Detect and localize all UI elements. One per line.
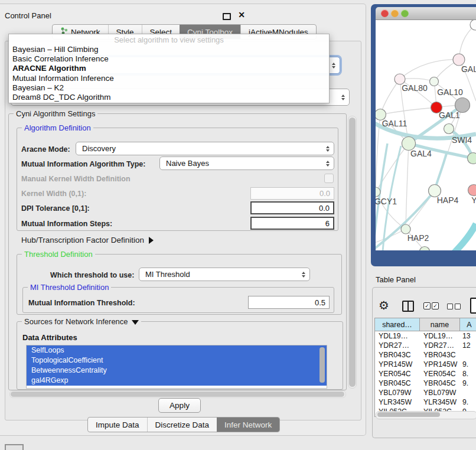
table-row[interactable]: YBR045CYBR045C9. [375,379,476,388]
table-horizontal-scrollbar[interactable] [376,411,476,419]
table-row[interactable]: YDL19…YDL19…13 [375,331,476,341]
threshold-definition-legend: Threshold Definition [22,250,95,259]
columns-icon[interactable] [402,301,414,312]
table-cell: YBR043C [420,350,460,360]
table-panel-title: Table Panel [376,275,416,284]
table-row[interactable]: YER054CYER054C8. [375,369,476,379]
float-window-icon[interactable] [223,13,231,20]
bottom-tab-bar: Impute DataDiscretize DataInfer Network [87,417,280,432]
close-traffic-light[interactable] [381,9,389,17]
unchecked-box-icon[interactable] [447,304,453,309]
table-row[interactable]: YBR043CYBR043C [375,350,476,360]
mi-type-value: Naive Bayes [166,159,209,168]
combo-arrows-icon [341,94,345,100]
dpi-tolerance-field[interactable]: 0.0 [250,201,334,214]
kernel-width-field[interactable]: 0.0 [250,187,334,200]
node-label-gal80: GAL80 [402,83,428,93]
settings-horizontal-scrollbar[interactable] [9,390,346,398]
network-node-gal[interactable] [453,54,465,66]
close-icon[interactable]: ✕ [238,10,245,19]
attribute-item-gal4rgexp[interactable]: gal4RGexp [27,376,327,386]
hub-definition-expander[interactable]: Hub/Transcription Factor Definition [21,236,154,244]
attribute-item-topologicalcoefficient[interactable]: TopologicalCoefficient [27,356,327,366]
manual-kernel-label: Manual Kernel Width Definition [21,175,131,183]
unchecked-box-icon[interactable] [455,304,461,309]
table-cell: YLR345W [420,397,460,407]
network-node-gal10[interactable] [430,77,439,86]
table-cell: YBR045C [420,379,460,388]
network-edge[interactable] [406,144,409,229]
bottom-tab-discretize-data[interactable]: Discretize Data [147,418,217,432]
list-scrollbar[interactable] [319,347,325,383]
algorithm-item[interactable]: Basic Correlation Inference [9,54,329,64]
expand-arrow-icon [149,237,154,244]
kernel-width-label: Kernel Width (0,1): [21,190,86,198]
table-row[interactable]: YLR345WYLR345W9. [375,397,476,407]
attribute-item-selfloops[interactable]: SelfLoops [27,345,327,356]
checked-box-icon[interactable]: ✓ [432,302,439,309]
table-row[interactable]: YDR27…YDR27…12 [375,341,476,350]
mi-steps-field[interactable]: 6 [250,217,334,230]
network-node-hap2[interactable] [401,224,410,234]
algorithm-item[interactable]: ARACNE Algorithm [9,64,329,73]
table-cell: YDR27… [420,341,460,350]
combo-arrows-icon [326,146,330,152]
column-header-a[interactable]: A [460,318,476,331]
table-cell: YPR145W [420,360,460,369]
export-table-icon[interactable] [470,298,476,314]
scrollbar-thumb[interactable] [377,412,440,417]
mi-threshold-label: Mutual Information Threshold: [28,299,135,307]
algorithm-item[interactable]: Dream8 DC_TDC Algorithm [9,93,329,102]
network-edge[interactable] [400,60,459,79]
node-label-gal4: GAL4 [410,149,432,158]
table-cell [460,350,476,360]
network-node[interactable] [455,98,470,113]
network-node-swi4[interactable] [444,124,454,134]
algorithm-item[interactable]: Bayesian – Hill Climbing [9,45,329,54]
table-cell: 13 [460,331,476,341]
attribute-item-betweennesscentrality[interactable]: BetweennessCentrality [27,366,327,376]
manual-kernel-checkbox[interactable] [324,174,334,183]
scrollbar-thumb[interactable] [349,118,356,387]
settings-vertical-scrollbar[interactable] [348,116,357,389]
control-panel-title: Control Panel [5,11,51,20]
data-attributes-list[interactable]: SelfLoopsTopologicalCoefficientBetweenne… [26,345,327,389]
network-edge[interactable] [380,79,400,115]
combo-arrows-icon [302,272,305,278]
scrollbar-thumb[interactable] [11,392,344,397]
mi-steps-label: Mutual Information Steps: [21,220,112,228]
sources-legend[interactable]: Sources for Network Inference [22,317,141,326]
collapse-arrow-icon [132,320,139,325]
node-label-hap4: HAP4 [437,195,459,205]
algorithm-item[interactable]: Mutual Information Inference [9,74,329,83]
table-cell: YDL19… [375,331,420,341]
minimized-panel-icon[interactable] [5,444,24,450]
table-cell: 8. [460,369,476,379]
mi-type-combo[interactable]: Naive Bayes [159,156,334,170]
network-edge[interactable] [452,224,476,250]
aracne-mode-combo[interactable]: Discovery [76,142,334,155]
network-node-y[interactable] [468,185,476,196]
dropdown-hint: Select algorithm to view settings [9,35,329,44]
node-label-gal: GAL [461,64,476,74]
network-node[interactable] [468,153,476,164]
gear-icon[interactable]: ⚙ [379,298,389,312]
column-header-shared-[interactable]: shared… [375,318,420,331]
column-header-name[interactable]: name [420,318,460,331]
aracne-mode-label: Aracne Mode: [21,145,70,154]
checked-box-icon[interactable]: ✓ [423,302,431,309]
bottom-tab-infer-network[interactable]: Infer Network [217,418,279,432]
minimize-traffic-light[interactable] [391,9,399,17]
network-canvas[interactable]: GALGAL80GAL10GAL1GAL11SWI4GAL4GCY1HAP4YH… [376,20,476,250]
table-row[interactable]: YPR145WYPR145W9. [375,360,476,369]
apply-button[interactable]: Apply [158,398,201,413]
table-row[interactable]: YBL079WYBL079W [375,388,476,397]
zoom-traffic-light[interactable] [401,9,409,17]
which-threshold-combo[interactable]: MI Threshold [139,268,310,281]
network-edge[interactable] [380,107,436,115]
mi-threshold-field[interactable]: 0.5 [248,296,330,309]
algorithm-item[interactable]: Bayesian – K2 [9,83,329,93]
bottom-tab-impute-data[interactable]: Impute Data [88,418,147,432]
table-cell: YBR045C [375,379,420,388]
network-window-titlebar[interactable] [376,7,476,20]
